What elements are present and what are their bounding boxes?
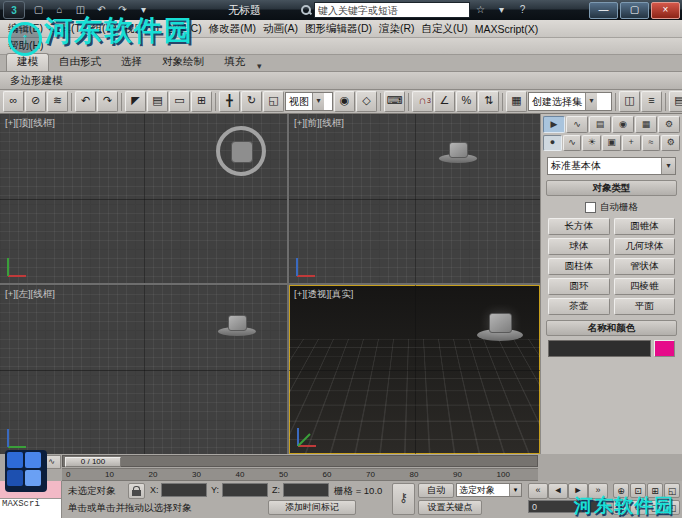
ribbon-tab-selection[interactable]: 选择 bbox=[111, 54, 152, 71]
select-object-button[interactable]: ◤ bbox=[125, 91, 146, 112]
viewport-label[interactable]: [+][透视][真实] bbox=[294, 288, 353, 301]
unlink-selection-button[interactable]: ⊘ bbox=[25, 91, 46, 112]
menu-item-tools[interactable]: 工具(T) bbox=[50, 22, 84, 36]
auto-key-button[interactable]: 自动 bbox=[418, 483, 454, 498]
teapot-object[interactable] bbox=[218, 327, 256, 336]
tab-motion[interactable]: ◉ bbox=[612, 116, 634, 133]
track-bar[interactable]: 0 10 20 30 40 50 60 70 80 90 100 bbox=[62, 468, 538, 481]
tab-display[interactable]: ▦ bbox=[635, 116, 657, 133]
category-lights[interactable]: ☀ bbox=[582, 135, 601, 151]
close-button[interactable]: × bbox=[651, 2, 680, 19]
time-slider-handle[interactable]: 0 / 100 bbox=[65, 457, 121, 467]
rectangular-region-button[interactable]: ▭ bbox=[169, 91, 190, 112]
category-shapes[interactable]: ∿ bbox=[563, 135, 582, 151]
add-time-tag-button[interactable]: 添加时间标记 bbox=[268, 500, 356, 515]
ribbon-tab-object-paint[interactable]: 对象绘制 bbox=[152, 54, 214, 71]
menu-item-edit[interactable]: 编辑(E) bbox=[8, 22, 43, 36]
menu-item-maxscript[interactable]: MAXScript(X) bbox=[475, 23, 539, 35]
layer-manager-button[interactable]: ▤ bbox=[669, 91, 682, 112]
button-pyramid[interactable]: 四棱锥 bbox=[614, 278, 676, 295]
go-to-start-button[interactable]: « bbox=[528, 483, 548, 499]
category-geometry[interactable]: ● bbox=[543, 135, 562, 151]
menu-item-modifiers[interactable]: 修改器(M) bbox=[209, 22, 256, 36]
menu-item-animation[interactable]: 动画(A) bbox=[263, 22, 298, 36]
edit-named-sets-button[interactable]: ▦ bbox=[506, 91, 527, 112]
rollout-object-type[interactable]: 对象类型 bbox=[546, 180, 677, 196]
new-scene-icon[interactable]: ▢ bbox=[29, 2, 48, 19]
help-icon[interactable]: ? bbox=[513, 2, 532, 19]
selected-filter-dropdown[interactable]: 选定对象 ▾ bbox=[456, 483, 522, 497]
category-spacewarps[interactable]: ≈ bbox=[642, 135, 661, 151]
ribbon-tab-freeform[interactable]: 自由形式 bbox=[49, 54, 111, 71]
named-selection-sets-dropdown[interactable]: 创建选择集 ▾ bbox=[528, 92, 612, 111]
ribbon-tab-populate[interactable]: 填充 bbox=[214, 54, 255, 71]
tab-create[interactable]: ▶ bbox=[543, 116, 565, 133]
previous-frame-button[interactable]: ◄ bbox=[548, 483, 568, 499]
button-sphere[interactable]: 球体 bbox=[548, 238, 610, 255]
menu-item-rendering[interactable]: 渲染(R) bbox=[379, 22, 415, 36]
angle-snap-button[interactable]: ∠ bbox=[434, 91, 455, 112]
macro-recorder-pane[interactable] bbox=[0, 481, 61, 499]
viewport-front[interactable]: [+][前][线框] bbox=[289, 114, 540, 283]
menu-item-customize[interactable]: 自定义(U) bbox=[422, 22, 468, 36]
lock-selection-toggle[interactable] bbox=[128, 483, 145, 499]
button-plane[interactable]: 平面 bbox=[614, 298, 676, 315]
teapot-object[interactable] bbox=[477, 329, 523, 341]
open-file-icon[interactable]: ⌂ bbox=[50, 2, 69, 19]
zoom-extents-button[interactable]: ⊞ bbox=[647, 483, 663, 498]
menu-item-help[interactable]: 帮助(H) bbox=[8, 39, 44, 53]
category-cameras[interactable]: ▣ bbox=[602, 135, 621, 151]
spinner-snap-button[interactable]: ⇅ bbox=[478, 91, 499, 112]
orbit-button[interactable]: ↻ bbox=[630, 500, 646, 515]
set-key-toggle[interactable]: ⚷ bbox=[392, 483, 415, 515]
primitives-category-dropdown[interactable]: 标准基本体 ▾ bbox=[547, 157, 676, 175]
menu-item-group[interactable]: 组(G) bbox=[91, 22, 117, 36]
y-coordinate-field[interactable] bbox=[222, 483, 268, 497]
search-options-caret-icon[interactable]: ▾ bbox=[492, 2, 511, 19]
mini-curve-editor-button[interactable]: ∿ bbox=[42, 455, 61, 469]
use-pivot-center-button[interactable]: ◉ bbox=[334, 91, 355, 112]
set-key-button[interactable]: 设置关键点 bbox=[418, 500, 482, 515]
category-systems[interactable]: ⚙ bbox=[661, 135, 680, 151]
viewport-left[interactable]: [+][左][线框] bbox=[0, 285, 287, 454]
button-tube[interactable]: 管状体 bbox=[614, 258, 676, 275]
undo-button[interactable]: ↶ bbox=[75, 91, 96, 112]
tab-utilities[interactable]: ⚙ bbox=[658, 116, 680, 133]
viewport-perspective[interactable]: [+][透视][真实] bbox=[289, 285, 540, 454]
object-color-swatch[interactable] bbox=[654, 340, 675, 357]
button-geosphere[interactable]: 几何球体 bbox=[614, 238, 676, 255]
menu-item-views[interactable]: 视图(V) bbox=[124, 22, 159, 36]
bind-to-spacewarp-button[interactable]: ≋ bbox=[47, 91, 68, 112]
go-to-end-button[interactable]: » bbox=[588, 483, 608, 499]
reference-coordinate-dropdown[interactable]: 视图 ▾ bbox=[285, 92, 333, 111]
select-and-move-button[interactable]: ╋ bbox=[219, 91, 240, 112]
time-slider[interactable]: 0 / 100 bbox=[62, 455, 538, 467]
polygon-modeling-panel-label[interactable]: 多边形建模 bbox=[10, 74, 63, 88]
select-and-link-button[interactable]: ∞ bbox=[3, 91, 24, 112]
minimize-button[interactable]: — bbox=[589, 2, 618, 19]
select-and-manipulate-button[interactable]: ◇ bbox=[356, 91, 377, 112]
rollout-name-color[interactable]: 名称和颜色 bbox=[546, 320, 677, 336]
tab-hierarchy[interactable]: ▤ bbox=[589, 116, 611, 133]
play-button[interactable]: ► bbox=[568, 483, 588, 499]
z-coordinate-field[interactable] bbox=[283, 483, 329, 497]
zoom-button[interactable]: ⊕ bbox=[613, 483, 629, 498]
button-cylinder[interactable]: 圆柱体 bbox=[548, 258, 610, 275]
window-crossing-button[interactable]: ⊞ bbox=[191, 91, 212, 112]
application-menu-button[interactable]: 3 bbox=[3, 1, 25, 19]
button-teapot[interactable]: 茶壶 bbox=[548, 298, 610, 315]
undo-icon[interactable]: ↶ bbox=[92, 2, 111, 19]
category-helpers[interactable]: + bbox=[622, 135, 641, 151]
mirror-button[interactable]: ◫ bbox=[619, 91, 640, 112]
menu-item-create[interactable]: 创建(C) bbox=[166, 22, 202, 36]
percent-snap-button[interactable]: % bbox=[456, 91, 477, 112]
teapot-object[interactable] bbox=[439, 154, 477, 163]
redo-icon[interactable]: ↷ bbox=[113, 2, 132, 19]
workspace-caret-icon[interactable]: ▾ bbox=[134, 2, 153, 19]
maximize-viewport-toggle[interactable]: ▢ bbox=[647, 500, 663, 515]
object-name-input[interactable] bbox=[548, 340, 651, 357]
keyboard-override-button[interactable]: ⌨ bbox=[384, 91, 405, 112]
button-box[interactable]: 长方体 bbox=[548, 218, 610, 235]
favorites-star-icon[interactable]: ☆ bbox=[471, 2, 490, 19]
zoom-region-button[interactable]: ◱ bbox=[664, 483, 680, 498]
